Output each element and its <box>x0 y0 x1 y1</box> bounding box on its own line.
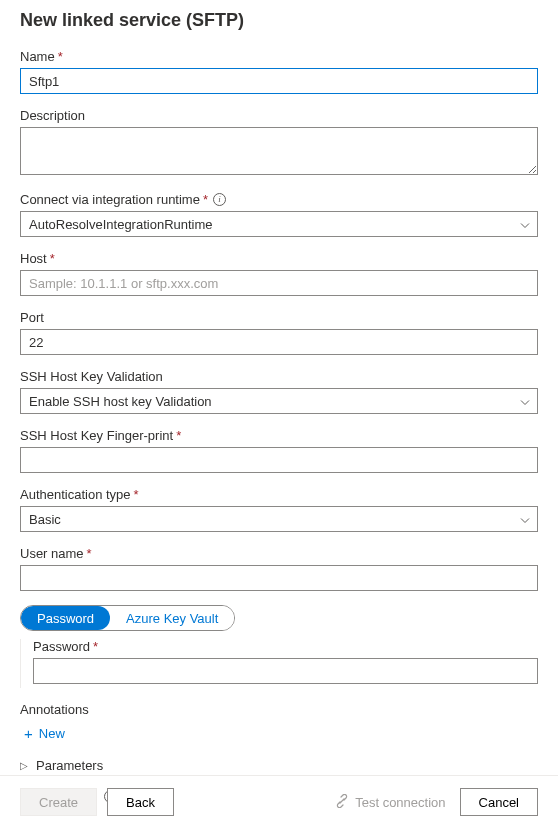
ssh-validation-select[interactable]: Enable SSH host key Validation <box>20 388 538 414</box>
description-input[interactable] <box>20 127 538 175</box>
username-field: User name * <box>20 546 538 591</box>
password-input[interactable] <box>33 658 538 684</box>
cancel-button[interactable]: Cancel <box>460 788 538 816</box>
annotations-new-label: New <box>39 726 65 741</box>
runtime-label: Connect via integration runtime <box>20 192 200 207</box>
page-title: New linked service (SFTP) <box>20 10 538 31</box>
ssh-fingerprint-label: SSH Host Key Finger-print <box>20 428 173 443</box>
auth-type-label: Authentication type <box>20 487 131 502</box>
ssh-fingerprint-input[interactable] <box>20 447 538 473</box>
link-icon <box>335 794 349 811</box>
required-asterisk: * <box>87 546 92 561</box>
parameters-label: Parameters <box>36 758 103 773</box>
plus-icon: + <box>24 725 33 742</box>
port-label: Port <box>20 310 44 325</box>
name-field: Name * <box>20 49 538 94</box>
ssh-validation-label: SSH Host Key Validation <box>20 369 163 384</box>
required-asterisk: * <box>176 428 181 443</box>
ssh-validation-value: Enable SSH host key Validation <box>29 394 212 409</box>
runtime-value: AutoResolveIntegrationRuntime <box>29 217 213 232</box>
test-connection-label: Test connection <box>355 795 445 810</box>
password-group: Password Azure Key Vault Password * <box>20 605 538 688</box>
name-label: Name <box>20 49 55 64</box>
annotations-field: Annotations + New <box>20 702 538 742</box>
required-asterisk: * <box>93 639 98 654</box>
create-button: Create <box>20 788 97 816</box>
triangle-right-icon: ▷ <box>20 760 28 771</box>
runtime-select[interactable]: AutoResolveIntegrationRuntime <box>20 211 538 237</box>
auth-type-value: Basic <box>29 512 61 527</box>
required-asterisk: * <box>58 49 63 64</box>
footer: Create Back Test connection Cancel <box>0 775 558 828</box>
auth-type-field: Authentication type * Basic <box>20 487 538 532</box>
username-label: User name <box>20 546 84 561</box>
ssh-validation-field: SSH Host Key Validation Enable SSH host … <box>20 369 538 414</box>
ssh-fingerprint-field: SSH Host Key Finger-print * <box>20 428 538 473</box>
required-asterisk: * <box>134 487 139 502</box>
toggle-azure-key-vault[interactable]: Azure Key Vault <box>110 606 234 630</box>
host-label: Host <box>20 251 47 266</box>
info-icon[interactable]: i <box>213 193 226 206</box>
host-field: Host * <box>20 251 538 296</box>
password-source-toggle: Password Azure Key Vault <box>20 605 235 631</box>
description-label: Description <box>20 108 85 123</box>
required-asterisk: * <box>203 192 208 207</box>
username-input[interactable] <box>20 565 538 591</box>
toggle-password[interactable]: Password <box>21 606 110 630</box>
name-input[interactable] <box>20 68 538 94</box>
test-connection-button: Test connection <box>331 794 449 811</box>
port-input[interactable] <box>20 329 538 355</box>
port-field: Port <box>20 310 538 355</box>
required-asterisk: * <box>50 251 55 266</box>
host-input[interactable] <box>20 270 538 296</box>
runtime-field: Connect via integration runtime * i Auto… <box>20 192 538 237</box>
annotations-new-button[interactable]: + New <box>20 725 65 742</box>
back-button[interactable]: Back <box>107 788 174 816</box>
annotations-label: Annotations <box>20 702 89 717</box>
description-field: Description <box>20 108 538 178</box>
auth-type-select[interactable]: Basic <box>20 506 538 532</box>
password-label: Password <box>33 639 90 654</box>
